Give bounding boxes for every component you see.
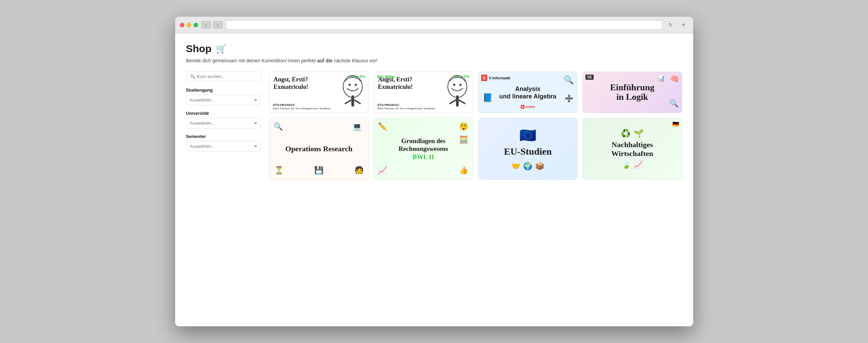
maximize-button[interactable] [194,23,198,27]
person-icon: 🧑 [354,166,364,175]
eu-flag-icon: 🇪🇺 [519,127,536,143]
card-info-operations-research: Operations Research 5.00€ 🏛 Uni Münster [270,180,369,180]
filter-semester-label: Semester [186,134,261,139]
svg-point-0 [343,76,362,97]
card-main-text: Angst, Ersti?Exmatriculo! [274,76,308,91]
search-box[interactable]: 🔍 [186,72,261,81]
laptop-icon: 💻 [352,122,362,131]
search-icon: 🔍 [190,74,195,79]
filter-studiengang: Studiengang Auswählen... [186,88,261,105]
bottom-icons: 🍃 📈 [622,160,643,169]
algebra-title: Analysisund lineare Algebra [488,85,567,100]
abacus-icon: 🧮 [459,135,468,144]
course-card-analysis-wiler[interactable]: Für WIler Neue PO Angst, Ersti?Exmatricu… [374,72,473,113]
reload-button[interactable]: ↻ [666,21,675,29]
svg-point-5 [459,84,461,86]
top-icons: ♻️ 🌱 [621,129,644,138]
address-bar[interactable] [226,20,663,30]
filter-universitaet-select[interactable]: Auswählen... [186,118,261,128]
search-input[interactable] [197,74,257,79]
chart-icons: 📊 [657,75,665,82]
close-button[interactable] [180,23,184,27]
chart-icon: 📈 [378,166,387,175]
globe-icon: 🌍 [523,162,532,171]
card-image-operations-research: 🔍 💻 Operations Research ⏳ 💾 🧑 [270,118,369,180]
filter-universitaet: Universität Auswählen... [186,111,261,128]
german-flag-icon: 🇩🇪 [672,121,679,127]
sv-logo-text: V Informatik [489,76,511,80]
de-badge: DE [585,75,594,80]
svg-point-1 [349,84,351,86]
card-image-bwl2: ✏️ 😲 🧮 Grundlagen desRechnungswesensBWL … [374,118,473,180]
card-image-analysis-wiler: Für WIler Neue PO Angst, Ersti?Exmatricu… [374,72,473,113]
card-image-nachhaltiges: 🇩🇪 ♻️ 🌱 NachhaltigesWirtschaften 🍃 📈 [583,118,682,180]
back-button[interactable]: ‹ [201,21,211,29]
brand-logo: STUYMANIACDein Partner für ein erfolgrei… [273,103,331,110]
nav-buttons: ‹ › [201,21,223,29]
course-card-eu-studien[interactable]: 🇪🇺 EU-Studien 🤝 🌍 📦 EU-Studien 5.00€ [478,118,578,180]
face-sketch [445,75,470,107]
svg-point-3 [448,76,467,97]
eu-decorations: 🤝 🌍 📦 [511,162,544,171]
course-card-logik[interactable]: DE 🧠 📊 Einführungin Logik 🔍 Einführung i… [582,72,682,113]
divide-icon: ➗ [565,94,573,103]
filter-universitaet-label: Universität [186,111,261,116]
page-title-row: Shop 🛒 [186,43,682,54]
card-info-bwl2: BWL2 - Grundlagen des Rechnungswesens 5.… [374,180,473,180]
filter-semester-select[interactable]: Auswählen... [186,141,261,152]
courses-grid: Neue PO Angst, Ersti?Exmatriculo! [269,72,682,180]
browser-chrome: ‹ › ↻ + [175,17,693,33]
card-image-analysis-algebra: S V Informatik 🔍 Analysisund lineare Alg… [478,72,578,113]
sprout-icon: 🌱 [634,129,644,138]
cart-icon: 🛒 [216,44,227,54]
svg-point-4 [453,84,455,86]
brand-logo: STUYMANIACDein Partner für ein erfolgrei… [377,103,435,110]
search-icon-logik: 🔍 [669,99,679,108]
hourglass-icon: ⏳ [274,166,284,175]
filter-studiengang-select[interactable]: Auswählen... [186,95,261,105]
card-image-analysis-wiwi: Neue PO Angst, Ersti?Exmatriculo! [270,72,369,113]
magnifier-icon: 🔍 [274,122,283,131]
leaf-icon: 🍃 [622,160,631,169]
browser-titlebar: ‹ › ↻ + [180,20,688,30]
search-decoration: 🔍 [564,75,574,85]
traffic-lights [180,23,198,27]
card-info-analysis-wiler: Analysis für WiWis (für WIler) 25.00€ 🏛 … [374,113,473,113]
course-card-analysis-algebra[interactable]: S V Informatik 🔍 Analysisund lineare Alg… [478,72,578,113]
card-info-analysis-algebra: Analysis und lineare Algebra Gratis [478,113,578,113]
course-card-bwl2[interactable]: ✏️ 😲 🧮 Grundlagen desRechnungswesensBWL … [374,118,473,180]
filter-studiengang-label: Studiengang [186,88,261,93]
handshake-icon: 🤝 [511,162,520,171]
course-card-operations-research[interactable]: 🔍 💻 Operations Research ⏳ 💾 🧑 Operations… [269,118,369,180]
card-info-logik: Einführung in Logik Gratis [583,113,682,113]
course-card-nachhaltiges[interactable]: 🇩🇪 ♻️ 🌱 NachhaltigesWirtschaften 🍃 📈 Nac… [582,118,682,180]
pen-icon: ✏️ [378,122,387,131]
chart-up-icon: 📈 [634,160,643,169]
thumbsup-icon: 👍 [459,166,468,175]
dhbw-logo: ■DHBW [521,105,535,109]
browser-window: ‹ › ↻ + Shop 🛒 Bereite dich gemeinsam mi… [175,17,693,326]
card-info-nachhaltiges: Nachhaltiges Wirtschaften 5.00€ 🏛 FH Mün… [583,180,682,180]
course-card-analysis-wiwi[interactable]: Neue PO Angst, Ersti?Exmatriculo! [269,72,369,113]
card-image-logik: DE 🧠 📊 Einführungin Logik 🔍 [583,72,682,113]
forward-button[interactable]: › [213,21,223,29]
sidebar: 🔍 Studiengang Auswählen... Universität A… [186,72,261,180]
card-info-eu-studien: EU-Studien 5.00€ 🏛 FH Münster [478,180,578,180]
ops-title: Operations Research [285,144,352,153]
floppy-icon: 💾 [314,166,323,175]
minimize-button[interactable] [187,23,191,27]
card-info-analysis-wiwi: Analysis für Wirtschaftswissenschaftler … [270,113,369,113]
nach-title: NachhaltigesWirtschaften [611,140,653,158]
brain-icon: 🧠 [670,75,679,83]
fur-wiler-badge: Für WIler [377,75,395,79]
sv-logo: S V Informatik [481,75,511,81]
sv-logo-box: S [481,75,488,81]
surprised-icon: 😲 [459,122,468,131]
new-tab-button[interactable]: + [679,21,688,29]
filter-semester: Semester Auswählen... [186,134,261,152]
box-icon: 📦 [535,162,544,171]
svg-point-2 [355,84,357,86]
recycle-icon: ♻️ [621,129,631,138]
page-content: Shop 🛒 Bereite dich gemeinsam mit deinen… [175,33,693,326]
card-image-eu-studien: 🇪🇺 EU-Studien 🤝 🌍 📦 [478,118,578,180]
